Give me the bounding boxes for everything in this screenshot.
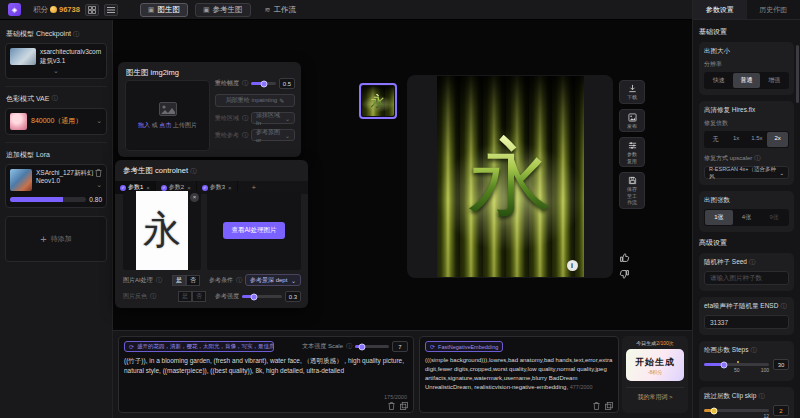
close-icon[interactable]: ×: [146, 185, 150, 191]
copy-prompt-icon[interactable]: [400, 402, 408, 410]
denoise-value[interactable]: 0.5: [279, 78, 295, 89]
hires-card: 高清修复 Hires.fix 修复倍数 无 1x 1.5x 2x 修复方式 up…: [699, 101, 794, 185]
lora-card[interactable]: XSArchi_127新科幻Neov1.0 ⌄ 0.80: [5, 164, 107, 208]
info-icon: ⓘ: [754, 154, 760, 163]
generate-column: 今日生成2/100次 开始生成 -8积分 我的常用词 >: [622, 336, 688, 413]
divider: [5, 86, 107, 87]
steps-value[interactable]: 30: [773, 359, 789, 370]
close-icon[interactable]: ×: [228, 185, 232, 191]
batch-count-card: 出图张数 1张 4张 9张: [699, 191, 794, 232]
settings-sidebar: 参数设置 历史作图 基础设置 出图大小 分辨率 快速 普通 增强 高清修复 Hi…: [692, 0, 800, 418]
info-icon: ⓘ: [242, 79, 248, 88]
my-common-words-link[interactable]: 我的常用词 >: [626, 387, 684, 402]
chevron-down-icon[interactable]: ⌄: [10, 68, 102, 74]
chevron-down-icon: ⌄: [285, 132, 290, 139]
rating-buttons: [619, 252, 630, 280]
ensd-input[interactable]: 31337: [704, 315, 789, 329]
ai-process-toggle[interactable]: 是否: [172, 275, 200, 286]
thumbs-up-icon[interactable]: [619, 252, 630, 263]
upscaler-dropdown[interactable]: R-ESRGAN 4x+（适合多种风⌄: [704, 166, 789, 179]
negative-prompt-input[interactable]: (((simple background))),lowres,bad anato…: [425, 356, 613, 392]
menu-icon[interactable]: [104, 4, 118, 16]
checkpoint-section-title: 基础模型 Checkpointⓘ: [6, 29, 106, 39]
info-icon: ⓘ: [150, 292, 156, 301]
output-size-card: 出图大小 分辨率 快速 普通 增强: [699, 42, 794, 95]
hires-2x[interactable]: 2x: [767, 132, 788, 147]
denoise-slider[interactable]: [251, 82, 276, 85]
clear-prompt-icon[interactable]: [593, 402, 600, 410]
clear-prompt-icon[interactable]: [388, 402, 395, 410]
controlnet-panel: 参考生图 controlnet ⓘ ✓ 参数1× ✓ 参数2× ✓ 参数3× +: [115, 160, 308, 308]
cfg-scale-slider[interactable]: [355, 345, 389, 348]
tab-img2img[interactable]: ▣ 图生图: [140, 3, 188, 17]
remove-image-icon[interactable]: ×: [190, 193, 199, 202]
trash-icon[interactable]: [95, 169, 102, 177]
tab-history[interactable]: 历史作图: [747, 0, 800, 19]
tab-workflow[interactable]: ≋ 工作流: [258, 3, 303, 17]
invert-toggle[interactable]: 是否: [178, 291, 206, 302]
tab-parameter-settings[interactable]: 参数设置: [693, 0, 747, 19]
scrollbar-thumb[interactable]: [796, 45, 799, 103]
lora-weight-slider[interactable]: 0.80: [10, 196, 102, 203]
add-lora-button[interactable]: + 待添加: [5, 216, 107, 262]
hires-none[interactable]: 无: [705, 132, 726, 147]
redraw-region-dropdown[interactable]: 涂抹区域 In⌄: [251, 112, 295, 124]
controlnet-image-box[interactable]: 永 ×: [123, 191, 201, 270]
add-lora-label: 待添加: [51, 234, 72, 244]
app-logo-icon[interactable]: ◈: [8, 3, 21, 16]
ref-strength-value[interactable]: 0.3: [285, 291, 301, 302]
download-button[interactable]: 下载: [619, 80, 645, 104]
cfg-scale-value[interactable]: 7: [392, 341, 408, 352]
vae-card[interactable]: 840000（通用） ⌄: [5, 108, 107, 135]
hires-15x[interactable]: 1.5x: [747, 132, 768, 147]
grid-view-icon[interactable]: [85, 4, 99, 16]
prompt-suggestion-pill[interactable]: ⟳ 盛开的花园，清新，樱花，太阳光，肖像，写实，最佳质量: [124, 341, 274, 352]
count-4[interactable]: 4张: [733, 210, 761, 225]
info-icon: ⓘ: [242, 114, 248, 123]
count-1[interactable]: 1张: [705, 210, 733, 225]
resolution-segment: 快速 普通 增强: [704, 72, 789, 89]
clip-skip-slider[interactable]: 12: [704, 409, 769, 412]
resolution-enhanced[interactable]: 增强: [760, 73, 788, 88]
negative-embedding-pill[interactable]: ⟳ FastNegativeEmbedding: [425, 341, 503, 352]
image-info-icon[interactable]: i: [567, 260, 578, 271]
copy-prompt-icon[interactable]: [605, 402, 613, 410]
tab-workflow-label: 工作流: [273, 5, 296, 15]
seed-card: 随机种子 Seedⓘ 请输入图片种子数: [699, 253, 794, 291]
publish-button[interactable]: 发布: [619, 109, 645, 133]
steps-max-mark: 100: [761, 367, 769, 373]
controlnet-reference-image: 永: [136, 191, 188, 270]
positive-prompt-input[interactable]: ((竹子)), in a blooming garden, (fresh and…: [124, 356, 408, 376]
resolution-normal[interactable]: 普通: [733, 73, 761, 88]
clip-skip-value[interactable]: 2: [773, 405, 789, 416]
chevron-down-icon[interactable]: ⌄: [96, 117, 102, 125]
close-icon[interactable]: ×: [187, 185, 191, 191]
chevron-down-icon[interactable]: ⌄: [96, 181, 102, 189]
reuse-params-button[interactable]: 参数复用: [619, 137, 645, 167]
hires-1x[interactable]: 1x: [726, 132, 747, 147]
negative-prompt-box: ⟳ FastNegativeEmbedding (((simple backgr…: [419, 336, 619, 413]
daily-quota: 今日生成2/100次: [626, 340, 684, 346]
view-ai-image-button[interactable]: 查看AI处理图片: [223, 222, 284, 239]
checkpoint-card[interactable]: xsarchitecturalv3com建筑v3.1 ⌄: [5, 43, 107, 79]
thumbs-down-icon[interactable]: [619, 269, 630, 280]
seed-label: 随机种子 Seedⓘ: [704, 258, 789, 267]
ref-strength-slider[interactable]: [242, 295, 282, 298]
image-upload-dropzone[interactable]: 拖入 或 点击 上传图片: [125, 80, 210, 151]
refresh-icon: ⟳: [430, 343, 435, 350]
resolution-fast[interactable]: 快速: [705, 73, 733, 88]
credits-display: 积分 96738: [33, 5, 80, 15]
info-icon: ⓘ: [750, 346, 756, 355]
steps-slider[interactable]: 50 100: [704, 363, 769, 366]
tab-ref-generate[interactable]: ▣ 参考生图: [195, 3, 251, 17]
result-thumbnail-selected[interactable]: 永: [359, 83, 397, 119]
seed-input[interactable]: 请输入图片种子数: [704, 271, 789, 285]
redraw-ref-dropdown[interactable]: 参考原图 or⌄: [251, 129, 295, 141]
advanced-settings-title: 高级设置: [699, 238, 794, 248]
generated-image[interactable]: 永 i: [437, 76, 584, 277]
ref-condition-dropdown[interactable]: 参考景深 dept⌄: [245, 274, 301, 286]
inpainting-button[interactable]: 局部重绘 inpainting✎: [215, 94, 295, 107]
generate-button[interactable]: 开始生成 -8积分: [626, 349, 684, 381]
info-icon: ⓘ: [190, 168, 196, 174]
save-to-workflow-button[interactable]: 保存至工作流: [619, 172, 645, 209]
